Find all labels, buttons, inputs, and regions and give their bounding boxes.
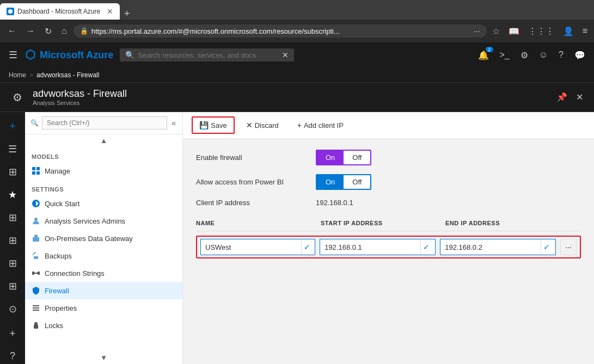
more-tools-icon[interactable]: ⋮⋮⋮ (526, 24, 556, 39)
forward-button[interactable]: → (23, 24, 38, 38)
sidebar-item-properties[interactable]: Properties (25, 299, 182, 317)
breadcrumb: Home > advworksas - Firewall (0, 67, 594, 83)
tab-favicon (7, 8, 14, 15)
address-bar[interactable] (91, 27, 470, 35)
back-button[interactable]: ← (4, 24, 20, 38)
notification-badge: 2 (486, 47, 493, 52)
svg-rect-4 (36, 171, 40, 175)
ip-rules-section: NAME START IP ADDRESS END IP ADDRESS ✓ (196, 215, 581, 258)
app-services-icon[interactable]: ⊞ (2, 253, 23, 274)
azure-search-bar[interactable]: 🔍 ✕ (120, 48, 294, 61)
browser-menu-icon[interactable]: ≡ (580, 24, 590, 38)
pin-button[interactable]: 📌 (554, 90, 569, 104)
sidebar-item-manage[interactable]: Manage (25, 162, 182, 180)
smiley-icon[interactable]: ☺ (537, 48, 550, 62)
sidebar-item-locks[interactable]: Locks (25, 317, 182, 334)
sidebar-item-quickstart[interactable]: Quick Start (25, 195, 182, 212)
browser-toolbar: ← → ↻ ⌂ 🔒 ··· ☆ 📖 ⋮⋮⋮ 👤 ≡ (0, 20, 594, 42)
user-profile-icon[interactable]: 👤 (561, 24, 576, 39)
sidebar-item-onpremises[interactable]: On-Premises Data Gateway (25, 230, 182, 247)
sidebar-search-icon: 🔍 (30, 119, 39, 127)
rule-name-check-icon[interactable]: ✓ (301, 239, 313, 255)
refresh-button[interactable]: ↻ (41, 24, 55, 39)
sidebar-item-analysis-admins[interactable]: Analysis Services Admins (25, 212, 182, 230)
new-resource-icon[interactable]: + (2, 116, 23, 137)
tab-title: Dashboard - Microsoft Azure (17, 8, 100, 15)
firewall-off-button[interactable]: Off (344, 151, 370, 164)
svg-rect-7 (34, 256, 38, 259)
resource-groups-icon[interactable]: ⊞ (2, 230, 23, 251)
sidebar-collapse-button[interactable]: « (170, 118, 177, 128)
powerbi-off-button[interactable]: Off (344, 175, 370, 189)
table-row: ✓ ✓ ✓ ··· (196, 236, 581, 258)
dashboard-icon[interactable]: ☰ (2, 139, 23, 159)
svg-rect-1 (32, 167, 35, 170)
sidebar-item-analysis-admins-label: Analysis Services Admins (45, 217, 125, 225)
sidebar-item-properties-label: Properties (45, 304, 77, 312)
rule-end-ip-check-icon[interactable]: ✓ (541, 239, 552, 255)
cosmos-icon[interactable]: ⊙ (2, 299, 23, 319)
rule-more-actions-button[interactable]: ··· (560, 239, 577, 255)
svg-rect-13 (34, 325, 38, 329)
help-support-icon[interactable]: ? (2, 346, 23, 364)
svg-rect-6 (33, 237, 39, 242)
sidebar-item-firewall[interactable]: Firewall (25, 282, 182, 299)
rule-name-field[interactable]: ✓ (200, 239, 315, 255)
all-services-icon[interactable]: ⊞ (2, 162, 23, 182)
sql-icon[interactable]: ⊞ (2, 276, 23, 297)
scroll-up-arrow[interactable]: ▲ (100, 137, 107, 145)
azure-logo-text: Microsoft Azure (40, 50, 113, 61)
discard-icon: ✕ (246, 121, 253, 129)
hamburger-menu-icon[interactable]: ☰ (7, 47, 20, 63)
close-resource-button[interactable]: ✕ (574, 90, 585, 104)
rule-name-input[interactable] (201, 241, 301, 254)
save-icon: 💾 (199, 121, 209, 129)
scroll-down-arrow[interactable]: ▼ (100, 354, 107, 362)
recent-icon[interactable]: ⊞ (2, 207, 23, 228)
marketplace-icon[interactable]: + (2, 324, 23, 344)
browser-tab-active[interactable]: Dashboard - Microsoft Azure ✕ (0, 3, 120, 20)
breadcrumb-home-link[interactable]: Home (9, 71, 26, 79)
bookmark-icon[interactable]: ☆ (490, 24, 502, 39)
resource-title: advworksas - Firewall (33, 88, 127, 100)
resource-header-actions: 📌 ✕ (554, 90, 585, 104)
firewall-toolbar: 💾 Save ✕ Discard + Add client IP (183, 112, 594, 139)
reading-list-icon[interactable]: 📖 (506, 24, 522, 39)
cloud-shell-icon[interactable]: >_ (498, 48, 512, 62)
add-client-ip-button[interactable]: + Add client IP (290, 117, 351, 133)
firewall-on-button[interactable]: On (317, 151, 344, 164)
main-panel: 💾 Save ✕ Discard + Add client IP (183, 112, 594, 364)
rule-start-ip-input[interactable] (320, 241, 420, 254)
icon-bar: + ☰ ⊞ ★ ⊞ ⊞ ⊞ ⊞ ⊙ + ? (0, 112, 25, 364)
rule-end-ip-input[interactable] (440, 241, 541, 254)
help-icon[interactable]: ? (556, 48, 566, 62)
notifications-icon[interactable]: 🔔 2 (476, 48, 491, 63)
rule-start-ip-check-icon[interactable]: ✓ (420, 239, 432, 255)
favorites-icon[interactable]: ★ (2, 184, 23, 205)
resource-header: ⚙ advworksas - Firewall Analysis Service… (0, 83, 594, 112)
discard-button[interactable]: ✕ Discard (239, 117, 286, 133)
sidebar-item-backups[interactable]: Backups (25, 247, 182, 264)
sidebar-item-connection-strings[interactable]: Connection Strings (25, 264, 182, 282)
browser-tab-bar: Dashboard - Microsoft Azure ✕ + (0, 0, 594, 20)
powerbi-on-button[interactable]: On (317, 175, 344, 189)
new-tab-button[interactable]: + (120, 8, 134, 20)
svg-rect-3 (32, 171, 35, 175)
rule-start-ip-field[interactable]: ✓ (320, 239, 436, 255)
settings-icon[interactable]: ⚙ (518, 48, 530, 63)
feedback-icon[interactable]: 💬 (572, 48, 587, 63)
rule-end-ip-field[interactable]: ✓ (440, 239, 556, 255)
firewall-content: Enable firewall On Off Allow access from… (183, 139, 594, 364)
azure-search-input[interactable] (138, 51, 279, 59)
analysis-admins-icon (32, 217, 40, 225)
client-ip-value: 192.168.0.1 (316, 199, 353, 207)
azure-content: Home > advworksas - Firewall ⚙ advworksa… (0, 67, 594, 364)
allow-powerbi-row: Allow access from Power BI On Off (196, 174, 581, 190)
save-button[interactable]: 💾 Save (192, 116, 235, 134)
sidebar: 🔍 « ▲ MODELS Manage (25, 112, 183, 364)
sidebar-search-input[interactable] (42, 116, 167, 129)
home-button[interactable]: ⌂ (58, 24, 70, 38)
enable-firewall-label: Enable firewall (196, 153, 316, 162)
tab-close-button[interactable]: ✕ (107, 7, 113, 16)
azure-search-clear-button[interactable]: ✕ (282, 51, 289, 59)
